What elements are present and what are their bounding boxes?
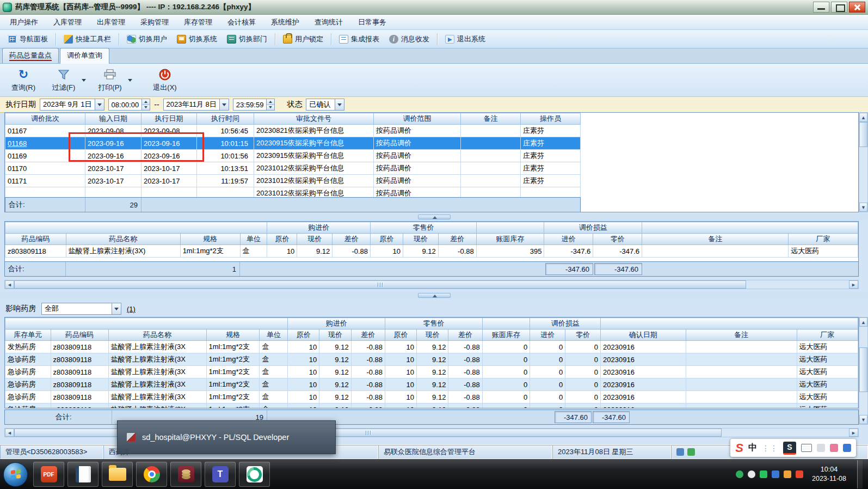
column-header[interactable]: 单位 [260, 329, 288, 341]
scroll-left-icon[interactable]: ◄ [5, 280, 14, 289]
taskbar-app-pdf[interactable] [33, 462, 64, 487]
close-button[interactable] [849, 2, 865, 13]
batch-table-vscrollbar[interactable]: ▲ ▼ [859, 112, 868, 212]
collapse-handle-icon[interactable] [418, 215, 451, 219]
table-row[interactable]: 011712023-10-172023-10-1711:19:572023101… [5, 175, 581, 187]
scroll-up-icon[interactable]: ▲ [859, 317, 867, 327]
tray-icon-search[interactable] [748, 470, 755, 478]
chevron-down-icon[interactable] [219, 99, 229, 110]
taskbar-app-chrome[interactable] [136, 462, 167, 487]
menu-item-inbound[interactable]: 入库管理 [46, 15, 89, 29]
taskbar-app-his[interactable] [239, 462, 270, 487]
column-header[interactable]: 差价 [333, 234, 371, 245]
column-header[interactable]: 单位 [240, 234, 267, 245]
splitter-1[interactable] [0, 213, 868, 221]
column-header[interactable]: 药品名称 [66, 234, 180, 245]
column-header[interactable]: 操作员 [521, 113, 581, 125]
column-header[interactable]: 现价 [297, 234, 333, 245]
menu-item-purchasing[interactable]: 采购管理 [133, 15, 176, 29]
toolbar-item-switch-dept[interactable]: 切换部门 [223, 33, 272, 46]
time-to-spinner[interactable]: 23:59:59 [233, 99, 275, 111]
scroll-left-icon[interactable]: ◄ [5, 429, 14, 437]
column-header[interactable]: 备注 [686, 329, 797, 341]
column-header[interactable]: 零价 [565, 329, 601, 341]
chevron-down-icon[interactable] [112, 303, 121, 314]
pharmacy-table-vscrollbar[interactable]: ▲ ▼ [859, 317, 868, 425]
column-header[interactable]: 差价 [448, 329, 482, 341]
pharmacy-count-link[interactable]: (1) [127, 305, 136, 313]
start-button[interactable] [3, 462, 28, 487]
column-header[interactable]: 厂家 [789, 234, 858, 245]
time-from-spinner[interactable]: 08:00:00 [108, 99, 151, 111]
column-header[interactable]: 现价 [403, 234, 438, 245]
table-row[interactable]: 011702023-10-172023-10-1710:13:512023101… [5, 162, 581, 175]
column-header[interactable]: 差价 [351, 329, 385, 341]
collapse-handle-icon[interactable] [418, 293, 451, 298]
column-header[interactable]: 现价 [417, 329, 448, 341]
column-header[interactable]: 调价范围 [374, 113, 461, 125]
taskbar-app-teams[interactable] [205, 462, 236, 487]
column-header[interactable]: 药品编码 [51, 329, 108, 341]
tray-icon-notify[interactable] [796, 470, 803, 478]
print-button[interactable]: 打印(P) [94, 65, 126, 95]
ime-tool-icon[interactable] [817, 444, 825, 452]
scroll-up-icon[interactable]: ▲ [859, 113, 867, 122]
tray-icon-blue[interactable] [772, 470, 779, 478]
column-header[interactable]: 差价 [438, 234, 476, 245]
scroll-down-icon[interactable]: ▼ [859, 203, 867, 212]
maximize-button[interactable] [831, 2, 847, 13]
scroll-thumb[interactable] [14, 280, 746, 289]
ime-more-icon[interactable]: ⋮⋮ [762, 444, 778, 453]
print-dropdown-arrow[interactable] [126, 65, 134, 95]
column-header[interactable]: 输入日期 [85, 113, 141, 125]
menu-item-outbound[interactable]: 出库管理 [89, 15, 133, 29]
column-header[interactable]: 账面库存 [482, 329, 530, 341]
date-to-combo[interactable]: 2023年11月 8日 [163, 99, 229, 111]
column-header[interactable]: 原价 [267, 234, 297, 245]
spin-up-icon[interactable] [142, 99, 150, 105]
menu-item-daily-affairs[interactable]: 日常事务 [350, 15, 394, 29]
ime-mode-toggle[interactable]: 中 [748, 442, 757, 454]
column-header[interactable]: 原价 [288, 329, 319, 341]
toolbar-item-reports[interactable]: 集成报表 [335, 33, 384, 46]
filter-button[interactable]: 过滤(F) [48, 65, 79, 95]
toolbar-item-switch-user[interactable]: 切换用户 [122, 33, 171, 46]
plsql-taskbar-popup[interactable]: sd_hospital@PHXYY - PL/SQL Developer [117, 420, 336, 454]
toolbar-item-exit-system[interactable]: 退出系统 [441, 33, 490, 46]
scroll-right-icon[interactable]: ► [849, 280, 858, 289]
chevron-down-icon[interactable] [95, 99, 104, 110]
table-row[interactable]: 急诊药房z803809118盐酸肾上腺素注射液(3X1ml:1mg*2支盒109… [5, 366, 858, 378]
query-button[interactable]: ↻ 查询(R) [8, 65, 39, 95]
ime-tool-icon[interactable] [843, 444, 851, 452]
chevron-down-icon[interactable] [335, 99, 344, 110]
pharmacy-combo[interactable]: 全部 [41, 303, 121, 315]
toolbar-item-nav-panel[interactable]: 导航面板 [3, 33, 52, 46]
show-desktop-button[interactable] [857, 460, 863, 488]
taskbar-app-reader[interactable] [67, 462, 99, 487]
scroll-down-icon[interactable]: ▼ [859, 415, 867, 424]
column-header[interactable]: 执行日期 [141, 113, 197, 125]
column-header[interactable]: 备注 [642, 234, 789, 245]
column-header[interactable]: 库存单元 [5, 329, 51, 341]
column-header[interactable]: 审批文件号 [254, 113, 374, 125]
table-row[interactable]: 急诊药房z803809118盐酸肾上腺素注射液(3X1ml:1mg*2支盒109… [5, 391, 858, 404]
menu-item-user-ops[interactable]: 用户操作 [2, 15, 46, 29]
taskbar-app-explorer[interactable] [102, 462, 133, 487]
column-header[interactable]: 确认日期 [601, 329, 686, 341]
scroll-thumb[interactable] [859, 122, 867, 147]
toolbar-item-user-lock[interactable]: 用户锁定 [279, 33, 328, 46]
column-header[interactable]: 原价 [385, 329, 417, 341]
date-from-combo[interactable]: 2023年 9月 1日 [40, 99, 104, 111]
spin-down-icon[interactable] [267, 105, 274, 111]
column-header[interactable]: 进价 [530, 329, 565, 341]
column-header[interactable]: 零价 [593, 234, 642, 245]
menu-item-maintenance[interactable]: 系统维护 [263, 15, 307, 29]
tab-drug-total-count[interactable]: 药品总量盘点 [2, 48, 59, 63]
toolbar-item-quickbar[interactable]: 快捷工具栏 [59, 33, 115, 46]
taskbar-clock[interactable]: 10:04 2023-11-08 [808, 465, 851, 484]
column-header[interactable]: 账面库存 [476, 234, 544, 245]
taskbar-app-database[interactable] [170, 462, 201, 487]
table-row[interactable]: 急诊药房z803809118盐酸肾上腺素注射液(3X1ml:1mg*2支盒109… [5, 378, 858, 391]
column-header[interactable]: 厂家 [797, 329, 858, 341]
status-combo[interactable]: 已确认 [306, 99, 344, 111]
